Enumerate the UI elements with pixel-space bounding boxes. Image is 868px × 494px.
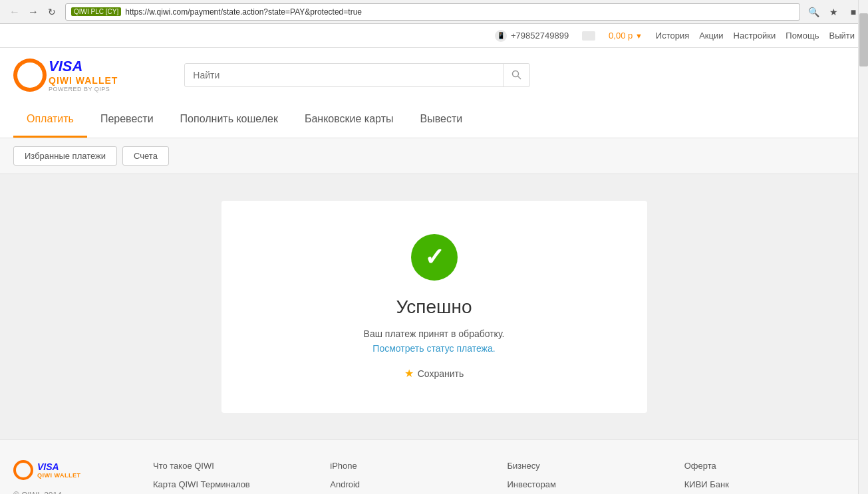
view-status-link[interactable]: Посмотреть статус платежа. <box>372 343 495 354</box>
footer-col-3: Бизнесу Инвесторам <box>501 460 678 494</box>
settings-link[interactable]: Настройки <box>734 31 776 41</box>
nav-popolnit[interactable]: Пополнить кошелек <box>167 102 291 138</box>
svg-line-1 <box>517 76 521 80</box>
footer-link-iphone[interactable]: iPhone <box>330 460 494 472</box>
footer-logo-text: VISA QIWI WALLET <box>37 461 81 479</box>
logo-powered: POWERED BY QIPS <box>49 86 118 92</box>
phone-number: +79852749899 <box>511 31 569 41</box>
logo-visa: VISA <box>49 58 118 75</box>
top-nav-links: История Акции Настройки Помощь Выйти <box>656 31 855 41</box>
logo: VISA QIWI WALLET POWERED BY QIPS <box>13 58 118 92</box>
scrollbar-thumb[interactable] <box>859 13 868 66</box>
browser-chrome: ← → ↻ QIWI PLC [CY] https://w.qiwi.com/p… <box>0 0 868 24</box>
footer-logo: VISA QIWI WALLET © QIWI, 2014 <box>13 460 146 494</box>
url-text: https://w.qiwi.com/payment/state.action?… <box>125 7 794 17</box>
footer-link-investors[interactable]: Инвесторам <box>507 479 671 491</box>
phone-icon: 📱 <box>495 30 507 42</box>
nav-oplатить[interactable]: Оплатить <box>13 102 87 138</box>
footer-copyright: © QIWI, 2014 <box>13 491 146 494</box>
secure-badge: QIWI PLC [CY] <box>71 7 121 16</box>
footer-logo-circle <box>13 460 33 480</box>
footer-logo-col: VISA QIWI WALLET © QIWI, 2014 <box>13 460 146 494</box>
success-card: ✓ Успешно Ваш платеж принят в обработку.… <box>221 201 647 413</box>
save-row[interactable]: ★ Сохранить <box>404 367 464 380</box>
top-nav: 📱 +79852749899 0,00 р ▼ История Акции На… <box>0 24 868 48</box>
logo-text: VISA QIWI WALLET POWERED BY QIPS <box>49 58 118 92</box>
footer-link-business[interactable]: Бизнесу <box>507 460 671 472</box>
logo-qiwi-wallet: QIWI WALLET <box>49 75 118 86</box>
wallet-icon <box>582 31 595 41</box>
forward-button[interactable]: → <box>25 4 41 20</box>
success-description: Ваш платеж принят в обработку. <box>364 328 505 339</box>
svg-point-0 <box>512 71 518 77</box>
search-container <box>184 63 530 87</box>
save-label: Сохранить <box>418 368 464 379</box>
scrollbar[interactable] <box>858 0 868 494</box>
search-input[interactable] <box>185 70 503 80</box>
sub-nav: Избранные платежи Счета <box>0 138 868 174</box>
main-nav: Оплатить Перевести Пополнить кошелек Бан… <box>0 102 868 138</box>
footer-link-qiwi-what[interactable]: Что такое QIWI <box>153 460 317 472</box>
footer-logo-img: VISA QIWI WALLET <box>13 460 146 480</box>
star-browser-icon[interactable]: ★ <box>825 4 841 20</box>
footer-link-kiwi-bank[interactable]: КИВИ Банк <box>684 479 848 491</box>
footer-col-1: Что такое QIWI Карта QIWI Терминалов Спо… <box>146 460 323 494</box>
subnav-accounts[interactable]: Счета <box>122 146 169 166</box>
search-bar <box>184 63 530 87</box>
checkmark-icon: ✓ <box>424 243 444 271</box>
footer-link-qiwi-terminals[interactable]: Карта QIWI Терминалов <box>153 479 317 491</box>
footer-qiwi: QIWI WALLET <box>37 472 81 479</box>
nav-bankovskie[interactable]: Банковские карты <box>291 102 407 138</box>
footer-col-4: Оферта КИВИ Банк <box>678 460 855 494</box>
nav-buttons: ← → ↻ <box>7 4 60 20</box>
refresh-button[interactable]: ↻ <box>44 4 60 20</box>
content-area: ✓ Успешно Ваш платеж принят в обработку.… <box>0 174 868 439</box>
browser-actions: 🔍 ★ ■ <box>805 4 861 20</box>
star-icon: ★ <box>404 367 414 380</box>
balance-amount: 0,00 р ▼ <box>609 31 643 41</box>
nav-vyvesti[interactable]: Вывести <box>407 102 476 138</box>
search-icon <box>511 70 522 80</box>
search-button[interactable] <box>503 63 529 87</box>
address-bar[interactable]: QIWI PLC [CY] https://w.qiwi.com/payment… <box>65 3 800 21</box>
success-icon-circle: ✓ <box>411 234 458 281</box>
footer-link-android[interactable]: Android <box>330 479 494 491</box>
back-button[interactable]: ← <box>7 4 23 20</box>
success-title: Успешно <box>396 297 472 318</box>
actions-link[interactable]: Акции <box>699 31 723 41</box>
logo-circle <box>13 59 47 92</box>
history-link[interactable]: История <box>656 31 689 41</box>
help-link[interactable]: Помощь <box>786 31 819 41</box>
subnav-favorites[interactable]: Избранные платежи <box>13 146 117 166</box>
footer-col-2: iPhone Android iPad Windows Phone Другие… <box>323 460 500 494</box>
footer: VISA QIWI WALLET © QIWI, 2014 Что такое … <box>0 439 868 494</box>
footer-link-oferta[interactable]: Оферта <box>684 460 848 472</box>
balance-arrow: ▼ <box>635 32 643 40</box>
nav-perevesti[interactable]: Перевести <box>87 102 167 138</box>
footer-visa: VISA <box>37 461 81 472</box>
header: VISA QIWI WALLET POWERED BY QIPS <box>0 48 868 102</box>
phone-info: 📱 +79852749899 <box>495 30 569 42</box>
logout-link[interactable]: Выйти <box>829 31 855 41</box>
search-browser-icon[interactable]: 🔍 <box>805 4 821 20</box>
